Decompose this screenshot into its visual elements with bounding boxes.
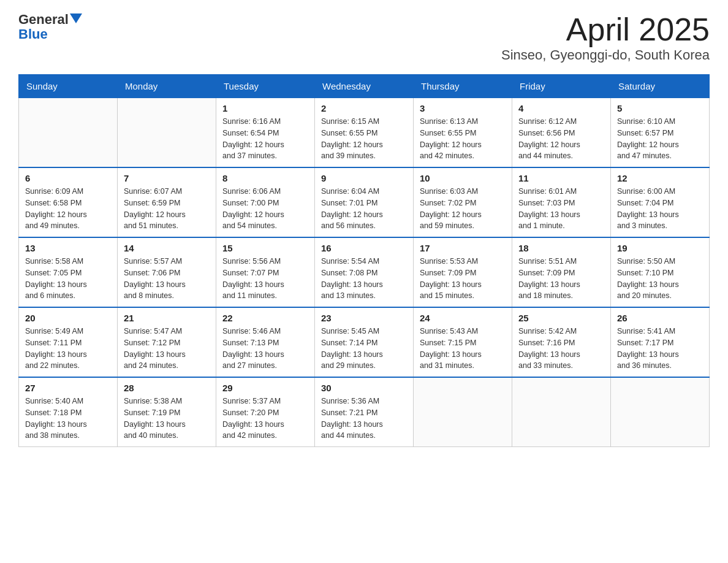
day-number: 29 <box>222 383 308 393</box>
calendar-header-row: SundayMondayTuesdayWednesdayThursdayFrid… <box>19 75 710 98</box>
day-info: Sunrise: 5:49 AM Sunset: 7:11 PM Dayligh… <box>25 326 111 372</box>
day-info: Sunrise: 5:37 AM Sunset: 7:20 PM Dayligh… <box>222 396 308 442</box>
calendar-day-cell: 29Sunrise: 5:37 AM Sunset: 7:20 PM Dayli… <box>216 377 315 447</box>
day-number: 10 <box>420 173 506 183</box>
calendar-day-cell: 2Sunrise: 6:15 AM Sunset: 6:55 PM Daylig… <box>315 98 414 168</box>
logo-text-blue: Blue <box>18 26 48 42</box>
day-number: 1 <box>222 103 308 113</box>
calendar-day-cell: 25Sunrise: 5:42 AM Sunset: 7:16 PM Dayli… <box>512 307 611 377</box>
day-info: Sunrise: 5:56 AM Sunset: 7:07 PM Dayligh… <box>222 256 308 302</box>
day-number: 3 <box>420 103 506 113</box>
calendar-day-header: Wednesday <box>315 75 414 98</box>
calendar-day-cell <box>19 98 118 168</box>
calendar-title: April 2025 <box>501 12 710 47</box>
day-info: Sunrise: 5:53 AM Sunset: 7:09 PM Dayligh… <box>420 256 506 302</box>
day-info: Sunrise: 5:36 AM Sunset: 7:21 PM Dayligh… <box>321 396 407 442</box>
calendar-day-cell: 7Sunrise: 6:07 AM Sunset: 6:59 PM Daylig… <box>118 167 216 237</box>
day-number: 24 <box>420 313 506 323</box>
calendar-day-cell: 8Sunrise: 6:06 AM Sunset: 7:00 PM Daylig… <box>216 167 315 237</box>
day-info: Sunrise: 6:15 AM Sunset: 6:55 PM Dayligh… <box>321 116 407 162</box>
calendar-day-cell: 20Sunrise: 5:49 AM Sunset: 7:11 PM Dayli… <box>19 307 118 377</box>
day-info: Sunrise: 6:09 AM Sunset: 6:58 PM Dayligh… <box>25 186 111 232</box>
calendar-day-cell: 10Sunrise: 6:03 AM Sunset: 7:02 PM Dayli… <box>414 167 512 237</box>
logo-arrow-icon <box>70 13 82 23</box>
day-number: 8 <box>222 173 308 183</box>
calendar-day-cell: 26Sunrise: 5:41 AM Sunset: 7:17 PM Dayli… <box>611 307 710 377</box>
day-info: Sunrise: 6:01 AM Sunset: 7:03 PM Dayligh… <box>518 186 604 232</box>
day-number: 6 <box>25 173 111 183</box>
day-info: Sunrise: 5:46 AM Sunset: 7:13 PM Dayligh… <box>222 326 308 372</box>
day-number: 9 <box>321 173 407 183</box>
calendar-day-cell: 18Sunrise: 5:51 AM Sunset: 7:09 PM Dayli… <box>512 237 611 307</box>
day-info: Sunrise: 6:06 AM Sunset: 7:00 PM Dayligh… <box>222 186 308 232</box>
logo-text-general: General <box>18 12 69 27</box>
calendar-day-cell: 4Sunrise: 6:12 AM Sunset: 6:56 PM Daylig… <box>512 98 611 168</box>
calendar-week-row: 1Sunrise: 6:16 AM Sunset: 6:54 PM Daylig… <box>19 98 710 168</box>
calendar-day-header: Sunday <box>19 75 118 98</box>
day-info: Sunrise: 5:54 AM Sunset: 7:08 PM Dayligh… <box>321 256 407 302</box>
calendar-day-cell: 3Sunrise: 6:13 AM Sunset: 6:55 PM Daylig… <box>414 98 512 168</box>
calendar-day-header: Tuesday <box>216 75 315 98</box>
calendar-week-row: 6Sunrise: 6:09 AM Sunset: 6:58 PM Daylig… <box>19 167 710 237</box>
day-info: Sunrise: 5:41 AM Sunset: 7:17 PM Dayligh… <box>617 326 703 372</box>
calendar-day-cell: 15Sunrise: 5:56 AM Sunset: 7:07 PM Dayli… <box>216 237 315 307</box>
day-number: 28 <box>124 383 210 393</box>
calendar-day-cell: 14Sunrise: 5:57 AM Sunset: 7:06 PM Dayli… <box>118 237 216 307</box>
day-number: 20 <box>25 313 111 323</box>
day-info: Sunrise: 6:00 AM Sunset: 7:04 PM Dayligh… <box>617 186 703 232</box>
day-number: 23 <box>321 313 407 323</box>
calendar-day-header: Thursday <box>414 75 512 98</box>
calendar-table: SundayMondayTuesdayWednesdayThursdayFrid… <box>18 74 710 447</box>
day-number: 22 <box>222 313 308 323</box>
day-info: Sunrise: 6:12 AM Sunset: 6:56 PM Dayligh… <box>518 116 604 162</box>
calendar-day-cell: 28Sunrise: 5:38 AM Sunset: 7:19 PM Dayli… <box>118 377 216 447</box>
day-info: Sunrise: 6:13 AM Sunset: 6:55 PM Dayligh… <box>420 116 506 162</box>
calendar-day-cell: 24Sunrise: 5:43 AM Sunset: 7:15 PM Dayli… <box>414 307 512 377</box>
day-number: 11 <box>518 173 604 183</box>
day-number: 18 <box>518 243 604 253</box>
day-info: Sunrise: 5:51 AM Sunset: 7:09 PM Dayligh… <box>518 256 604 302</box>
day-info: Sunrise: 6:07 AM Sunset: 6:59 PM Dayligh… <box>124 186 210 232</box>
day-number: 17 <box>420 243 506 253</box>
calendar-day-cell: 9Sunrise: 6:04 AM Sunset: 7:01 PM Daylig… <box>315 167 414 237</box>
calendar-week-row: 27Sunrise: 5:40 AM Sunset: 7:18 PM Dayli… <box>19 377 710 447</box>
calendar-day-cell: 5Sunrise: 6:10 AM Sunset: 6:57 PM Daylig… <box>611 98 710 168</box>
day-number: 13 <box>25 243 111 253</box>
day-info: Sunrise: 5:42 AM Sunset: 7:16 PM Dayligh… <box>518 326 604 372</box>
day-number: 12 <box>617 173 703 183</box>
calendar-day-header: Friday <box>512 75 611 98</box>
calendar-week-row: 20Sunrise: 5:49 AM Sunset: 7:11 PM Dayli… <box>19 307 710 377</box>
day-number: 15 <box>222 243 308 253</box>
logo: General Blue <box>18 12 82 42</box>
calendar-day-cell <box>611 377 710 447</box>
calendar-week-row: 13Sunrise: 5:58 AM Sunset: 7:05 PM Dayli… <box>19 237 710 307</box>
page-header: General Blue April 2025 Sinseo, Gyeonggi… <box>18 12 710 63</box>
day-info: Sunrise: 5:58 AM Sunset: 7:05 PM Dayligh… <box>25 256 111 302</box>
calendar-day-cell: 19Sunrise: 5:50 AM Sunset: 7:10 PM Dayli… <box>611 237 710 307</box>
day-info: Sunrise: 5:50 AM Sunset: 7:10 PM Dayligh… <box>617 256 703 302</box>
day-number: 25 <box>518 313 604 323</box>
calendar-day-cell: 17Sunrise: 5:53 AM Sunset: 7:09 PM Dayli… <box>414 237 512 307</box>
day-number: 2 <box>321 103 407 113</box>
day-number: 7 <box>124 173 210 183</box>
calendar-day-cell: 21Sunrise: 5:47 AM Sunset: 7:12 PM Dayli… <box>118 307 216 377</box>
day-number: 19 <box>617 243 703 253</box>
calendar-day-cell: 23Sunrise: 5:45 AM Sunset: 7:14 PM Dayli… <box>315 307 414 377</box>
day-info: Sunrise: 6:03 AM Sunset: 7:02 PM Dayligh… <box>420 186 506 232</box>
calendar-day-header: Monday <box>118 75 216 98</box>
calendar-subtitle: Sinseo, Gyeonggi-do, South Korea <box>501 47 710 63</box>
title-block: April 2025 Sinseo, Gyeonggi-do, South Ko… <box>501 12 710 63</box>
calendar-day-cell: 6Sunrise: 6:09 AM Sunset: 6:58 PM Daylig… <box>19 167 118 237</box>
day-info: Sunrise: 5:43 AM Sunset: 7:15 PM Dayligh… <box>420 326 506 372</box>
calendar-day-cell: 27Sunrise: 5:40 AM Sunset: 7:18 PM Dayli… <box>19 377 118 447</box>
calendar-day-cell: 30Sunrise: 5:36 AM Sunset: 7:21 PM Dayli… <box>315 377 414 447</box>
day-info: Sunrise: 5:57 AM Sunset: 7:06 PM Dayligh… <box>124 256 210 302</box>
day-info: Sunrise: 6:10 AM Sunset: 6:57 PM Dayligh… <box>617 116 703 162</box>
calendar-day-cell <box>118 98 216 168</box>
day-number: 26 <box>617 313 703 323</box>
day-info: Sunrise: 5:47 AM Sunset: 7:12 PM Dayligh… <box>124 326 210 372</box>
calendar-day-cell <box>512 377 611 447</box>
calendar-day-cell: 12Sunrise: 6:00 AM Sunset: 7:04 PM Dayli… <box>611 167 710 237</box>
day-info: Sunrise: 6:16 AM Sunset: 6:54 PM Dayligh… <box>222 116 308 162</box>
calendar-day-cell: 16Sunrise: 5:54 AM Sunset: 7:08 PM Dayli… <box>315 237 414 307</box>
